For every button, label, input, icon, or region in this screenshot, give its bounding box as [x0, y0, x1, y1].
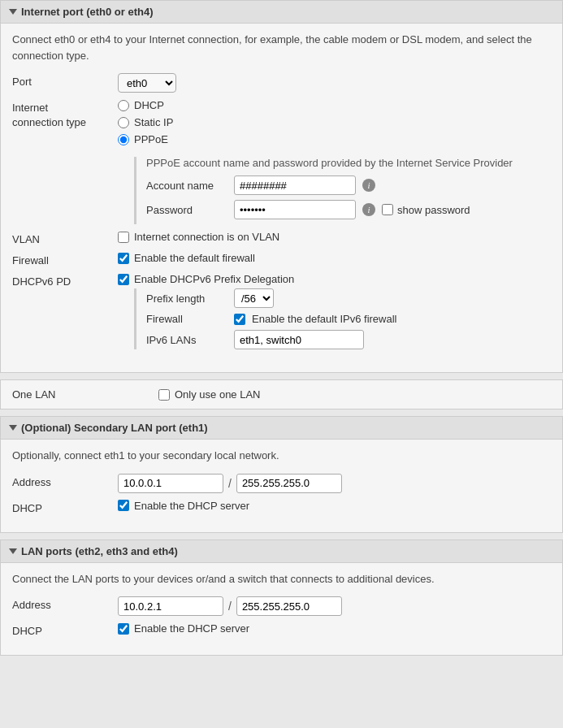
- port-label: Port: [12, 73, 118, 88]
- one-lan-row: One LAN Only use one LAN: [12, 388, 551, 401]
- lan-ports-address-control: /: [118, 596, 342, 616]
- vlan-label: VLAN: [12, 231, 118, 245]
- firewall-control: Enable the default firewall: [118, 252, 255, 264]
- vlan-row: VLAN Internet connection is on VLAN: [12, 231, 551, 245]
- lan-slash-icon: /: [228, 600, 232, 613]
- lan-ports-dhcp-checkbox[interactable]: [118, 623, 129, 635]
- secondary-lan-title: (Optional) Secondary LAN port (eth1): [21, 422, 208, 434]
- secondary-ip-input[interactable]: [118, 474, 223, 493]
- one-lan-checkbox-label: Only use one LAN: [175, 388, 261, 401]
- lan-ports-header: LAN ports (eth2, eth3 and eth4): [1, 540, 562, 563]
- prefix-length-label: Prefix length: [146, 292, 227, 305]
- lan-ports-mask-input[interactable]: [236, 596, 342, 616]
- lan-ports-dhcp-checkbox-label: Enable the DHCP server: [134, 622, 249, 635]
- firewall-checkbox-label: Enable the default firewall: [134, 252, 255, 264]
- internet-port-title: Internet port (eth0 or eth4): [21, 6, 154, 18]
- static-ip-option: Static IP: [118, 116, 513, 128]
- connection-type-label: Internet connection type: [12, 99, 118, 130]
- firewall-row: Firewall Enable the default firewall: [12, 252, 551, 266]
- connection-type-options: DHCP Static IP PPPoE PPPoE account name …: [118, 99, 513, 224]
- prefix-select[interactable]: /56 /60 /64: [234, 288, 274, 308]
- dhcpv6-pd-label: DHCPv6 PD: [12, 273, 118, 288]
- dhcpv6-firewall-row: Firewall Enable the default IPv6 firewal…: [146, 313, 397, 325]
- port-control: eth0 eth4: [118, 73, 176, 93]
- secondary-lan-body: Optionally, connect eth1 to your seconda…: [1, 440, 562, 532]
- lan-ports-collapse-icon[interactable]: [9, 548, 17, 554]
- dhcpv6-pd-checkbox[interactable]: [118, 274, 129, 285]
- vlan-checkbox-label: Internet connection is on VLAN: [134, 231, 279, 243]
- lan-ports-address-row: Address /: [12, 596, 551, 616]
- password-input[interactable]: [234, 200, 356, 219]
- internet-port-header: Internet port (eth0 or eth4): [1, 1, 562, 24]
- dhcpv6-firewall-checkbox-label: Enable the default IPv6 firewall: [252, 313, 397, 325]
- prefix-length-row: Prefix length /56 /60 /64: [146, 288, 397, 308]
- vlan-control: Internet connection is on VLAN: [118, 231, 279, 243]
- vlan-checkbox[interactable]: [118, 232, 129, 243]
- secondary-lan-description: Optionally, connect eth1 to your seconda…: [12, 448, 551, 464]
- password-row: Password i show password: [146, 200, 513, 219]
- pppoe-description: PPPoE account name and password provided…: [146, 157, 513, 169]
- secondary-dhcp-checkbox-label: Enable the DHCP server: [134, 500, 249, 512]
- collapse-icon[interactable]: [9, 9, 17, 15]
- one-lan-section: One LAN Only use one LAN: [0, 379, 563, 410]
- show-password-checkbox[interactable]: [382, 204, 393, 215]
- dhcpv6-box: Prefix length /56 /60 /64 Firewall Enabl…: [134, 288, 397, 349]
- lan-ports-section: LAN ports (eth2, eth3 and eth4) Connect …: [0, 540, 563, 656]
- show-password-label: show password: [397, 204, 470, 216]
- lan-ports-title: LAN ports (eth2, eth3 and eth4): [21, 545, 178, 557]
- show-password-row: show password: [382, 204, 470, 216]
- lan-ports-ip-input[interactable]: [118, 596, 223, 616]
- dhcpv6-pd-checkbox-row: Enable DHCPv6 Prefix Delegation: [118, 273, 397, 285]
- static-ip-label: Static IP: [134, 116, 173, 128]
- account-name-label: Account name: [146, 180, 227, 192]
- one-lan-checkbox[interactable]: [158, 389, 170, 401]
- one-lan-label: One LAN: [12, 388, 77, 401]
- dhcp-option: DHCP: [118, 99, 513, 111]
- connection-type-row: Internet connection type DHCP Static IP …: [12, 99, 551, 224]
- ipv6-lans-row: IPv6 LANs: [146, 330, 397, 349]
- port-select[interactable]: eth0 eth4: [118, 73, 176, 93]
- dhcpv6-pd-row: DHCPv6 PD Enable DHCPv6 Prefix Delegatio…: [12, 273, 551, 354]
- secondary-lan-header: (Optional) Secondary LAN port (eth1): [1, 417, 562, 440]
- secondary-address-row: Address /: [12, 474, 551, 493]
- secondary-dhcp-label: DHCP: [12, 500, 118, 514]
- password-info-icon[interactable]: i: [362, 203, 375, 216]
- ipv6-lans-input[interactable]: [234, 330, 364, 349]
- lan-ports-address-label: Address: [12, 596, 118, 611]
- secondary-dhcp-checkbox[interactable]: [118, 500, 129, 511]
- ipv6-lans-label: IPv6 LANs: [146, 334, 227, 346]
- dhcp-radio[interactable]: [118, 100, 129, 111]
- lan-ports-dhcp-control: Enable the DHCP server: [118, 622, 249, 635]
- secondary-mask-input[interactable]: [236, 474, 342, 493]
- internet-port-description: Connect eth0 or eth4 to your Internet co…: [12, 32, 551, 63]
- one-lan-control: Only use one LAN: [158, 388, 261, 401]
- internet-port-section: Internet port (eth0 or eth4) Connect eth…: [0, 0, 563, 373]
- account-name-input[interactable]: [234, 176, 356, 195]
- dhcpv6-pd-control: Enable DHCPv6 Prefix Delegation Prefix l…: [118, 273, 397, 354]
- lan-ports-description: Connect the LAN ports to your devices or…: [12, 571, 551, 587]
- secondary-address-control: /: [118, 474, 342, 493]
- password-label: Password: [146, 204, 227, 216]
- lan-ports-dhcp-row: DHCP Enable the DHCP server: [12, 622, 551, 637]
- lan-ports-dhcp-label: DHCP: [12, 622, 118, 637]
- pppoe-option: PPPoE: [118, 133, 513, 145]
- secondary-lan-section: (Optional) Secondary LAN port (eth1) Opt…: [0, 416, 563, 533]
- secondary-address-label: Address: [12, 474, 118, 488]
- dhcpv6-pd-checkbox-label: Enable DHCPv6 Prefix Delegation: [134, 273, 294, 285]
- account-name-row: Account name i: [146, 176, 513, 195]
- dhcpv6-firewall-label: Firewall: [146, 313, 227, 325]
- secondary-dhcp-control: Enable the DHCP server: [118, 500, 249, 512]
- secondary-lan-collapse-icon[interactable]: [9, 425, 17, 431]
- pppoe-box: PPPoE account name and password provided…: [134, 157, 513, 224]
- dhcpv6-firewall-checkbox[interactable]: [234, 314, 245, 325]
- account-name-info-icon[interactable]: i: [362, 179, 375, 192]
- static-ip-radio[interactable]: [118, 117, 129, 128]
- internet-port-body: Connect eth0 or eth4 to your Internet co…: [1, 24, 562, 372]
- firewall-checkbox[interactable]: [118, 253, 129, 264]
- slash-icon: /: [228, 477, 232, 490]
- lan-ports-body: Connect the LAN ports to your devices or…: [1, 563, 562, 656]
- pppoe-label: PPPoE: [134, 133, 168, 145]
- firewall-label: Firewall: [12, 252, 118, 266]
- pppoe-radio[interactable]: [118, 134, 129, 145]
- dhcp-label: DHCP: [134, 99, 164, 111]
